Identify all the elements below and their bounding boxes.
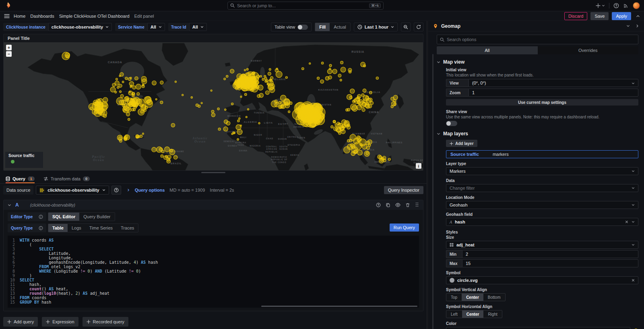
run-query-button[interactable]: Run Query [390, 223, 419, 232]
add-query-button[interactable]: Add query [3, 317, 38, 327]
user-avatar[interactable] [633, 2, 640, 9]
sql-code[interactable]: 1WITH coords AS2 (3 SELECT4 Latitude,5 L… [8, 238, 419, 304]
delete-query-button[interactable] [405, 202, 410, 208]
options-tab-all[interactable]: All [437, 46, 538, 54]
tab-query[interactable]: Query 1 [6, 176, 35, 183]
query-options-link[interactable]: Query options [135, 188, 165, 192]
location-mode-select[interactable]: Geohash [446, 201, 638, 209]
data-filter-select[interactable]: Change filter [446, 184, 638, 192]
layer-item-source-traffic[interactable]: Source traffic markers [446, 150, 638, 158]
valign-top[interactable]: Top [446, 294, 462, 301]
variable-trace-id[interactable]: Trace Id All [168, 23, 207, 31]
hide-query-button[interactable] [395, 202, 400, 208]
query-type-traces[interactable]: Traces [117, 224, 138, 232]
section-map-layers-header[interactable]: Map layers [437, 131, 638, 137]
svg-text:DEMOCRATICREPUBLIC OFTHE CONGO: DEMOCRATICREPUBLIC OFTHE CONGO [271, 156, 287, 163]
panel-type-title: Geomap [441, 23, 460, 29]
news-button[interactable] [623, 2, 629, 8]
table-view-switch[interactable] [297, 25, 308, 30]
options-tab-overrides[interactable]: Overrides [538, 46, 639, 54]
variable-label: ClickHouse instance [3, 23, 48, 31]
query-options-md: MD = auto = 1909 [169, 188, 205, 192]
sql-editor[interactable]: 1WITH coords AS2 (3 SELECT4 Latitude,5 L… [8, 236, 419, 308]
chevron-right-icon[interactable] [636, 24, 639, 28]
editor-type-sql[interactable]: SQL Editor [48, 213, 79, 221]
query-type-table[interactable]: Table [48, 224, 68, 232]
datasource-help-button[interactable] [111, 186, 121, 195]
global-search-input[interactable] [237, 3, 369, 8]
datasource-row: Data source clickhouse-observability Que… [0, 184, 427, 197]
color-select[interactable]: Fixed color [446, 327, 630, 329]
variable-service-name[interactable]: Service Name All [115, 23, 165, 31]
time-range-picker[interactable]: Last 1 hour [354, 23, 398, 31]
breadcrumb-dashboard-name[interactable]: Simple ClickHouse OTel Dashboard [59, 14, 130, 19]
breadcrumb-home[interactable]: Home [14, 14, 25, 19]
options-header: Geomap [428, 21, 644, 31]
min-input[interactable]: 2 [462, 250, 638, 258]
question-circle-icon [613, 3, 619, 8]
share-view-toggle[interactable] [446, 121, 457, 126]
options-scrollbar[interactable] [432, 54, 433, 329]
editor-type-builder[interactable]: Query Builder [79, 213, 114, 221]
halign-left[interactable]: Left [446, 310, 462, 318]
add-layer-button[interactable]: Add layer [446, 140, 477, 147]
view-select[interactable]: (0°, 0°) [469, 79, 638, 87]
halign-center[interactable]: Center [462, 310, 484, 318]
menu-toggle-button[interactable] [4, 13, 10, 19]
query-type-label: Query Type [8, 223, 46, 232]
add-recorded-query-button[interactable]: Recorded query [83, 317, 128, 327]
breadcrumb-dashboards[interactable]: Dashboards [30, 14, 54, 19]
refresh-button[interactable] [414, 23, 423, 31]
query-type-logs[interactable]: Logs [68, 224, 85, 232]
drag-query-handle[interactable] [415, 202, 419, 208]
table-view-toggle[interactable]: Table view [271, 23, 312, 31]
tab-transform-data[interactable]: Transform data 0 [43, 176, 90, 183]
panel-query-splitter[interactable] [0, 171, 427, 174]
query-help-button[interactable] [376, 202, 381, 208]
valign-bottom[interactable]: Bottom [483, 294, 505, 301]
use-current-map-settings-button[interactable]: Use current map settings [446, 99, 638, 106]
section-map-view-header[interactable]: Map view [437, 59, 638, 65]
variable-clickhouse-instance[interactable]: ClickHouse instance clickhouse-observabi… [3, 23, 112, 31]
help-button[interactable] [613, 2, 619, 8]
grafana-logo-icon[interactable] [4, 2, 12, 10]
info-circle-icon [39, 226, 43, 230]
fill-option[interactable]: Fill [315, 23, 330, 31]
valign-center[interactable]: Center [462, 294, 483, 301]
apply-button[interactable]: Apply [612, 12, 631, 20]
clear-icon[interactable] [632, 279, 635, 282]
halign-right[interactable]: Right [483, 310, 502, 318]
zoom-out-time-button[interactable] [401, 23, 411, 31]
actual-option[interactable]: Actual [330, 23, 350, 31]
geomap-canvas[interactable]: RUSSIACANADAUNITEDSTATESKAZAKHSTANMONGOL… [4, 42, 423, 170]
save-button[interactable]: Save [590, 12, 609, 20]
global-search[interactable]: ⌘+k [227, 2, 384, 10]
datasource-picker[interactable]: clickhouse-observability [36, 186, 109, 195]
add-expression-button[interactable]: Expression [42, 317, 78, 327]
layer-type-select[interactable]: Markers [446, 167, 638, 175]
geohash-field-select[interactable]: A hash [446, 218, 638, 226]
query-inspector-button[interactable]: Query Inspector [384, 186, 423, 194]
map-zoom-in-button[interactable]: + [6, 45, 12, 50]
map-zoom-out-button[interactable]: − [6, 51, 12, 57]
panel-toolbar: ClickHouse instance clickhouse-observabi… [0, 21, 427, 33]
collapse-options-button[interactable] [636, 13, 640, 19]
map-attribution-button[interactable]: i [416, 163, 421, 169]
clear-icon[interactable] [625, 220, 628, 223]
duplicate-query-button[interactable] [386, 202, 390, 208]
query-header[interactable]: A (clickhouse-observability) [4, 200, 423, 210]
chevron-down-icon[interactable] [626, 24, 630, 28]
discard-button[interactable]: Discard [564, 12, 587, 20]
max-input[interactable]: 15 [462, 259, 638, 267]
add-menu-button[interactable] [596, 3, 605, 8]
size-field-select[interactable]: adj_heat [446, 241, 638, 249]
map-legend: Source traffic [5, 152, 43, 168]
options-search-input[interactable] [447, 37, 635, 42]
options-search[interactable] [437, 35, 638, 44]
zoom-input[interactable]: 1 [469, 89, 638, 97]
query-type-timeseries[interactable]: Time Series [85, 224, 117, 232]
sql-horizontal-scrollbar[interactable] [261, 306, 417, 307]
world-map[interactable]: RUSSIACANADAUNITEDSTATESKAZAKHSTANMONGOL… [4, 42, 423, 170]
panel-title[interactable]: Panel Title [4, 34, 423, 42]
symbol-select[interactable]: circle.svg [446, 276, 638, 284]
